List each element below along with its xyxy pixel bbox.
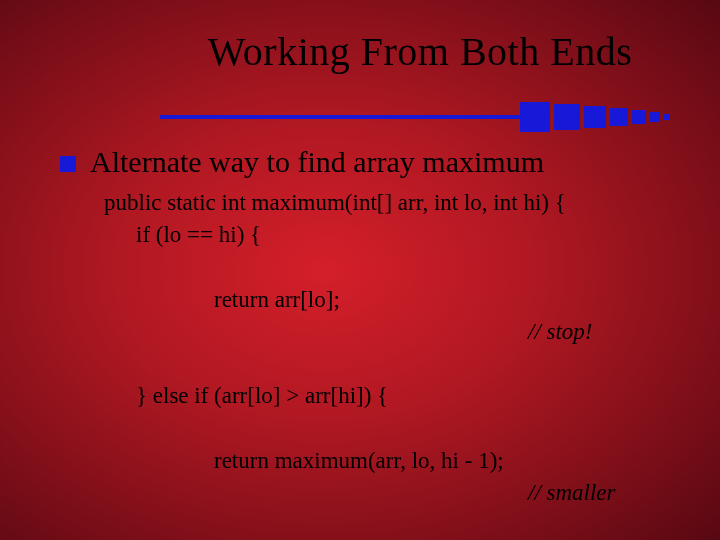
deco-square (632, 110, 646, 124)
deco-square (520, 102, 550, 132)
decoration-line (160, 115, 520, 119)
code-block: public static int maximum(int[] arr, int… (104, 187, 680, 540)
decoration-bar (160, 102, 674, 132)
code-line: } else if (arr[lo] > arr[hi]) { (104, 380, 680, 412)
code-line: return maximum(arr, lo, hi - 1); // smal… (104, 412, 680, 540)
slide: Working From Both Ends Alternate way to … (0, 0, 720, 540)
code-line: public static int maximum(int[] arr, int… (104, 187, 680, 219)
decoration-squares (520, 102, 674, 132)
slide-content: Alternate way to find array maximum publ… (40, 145, 680, 540)
deco-square (610, 108, 628, 126)
slide-title: Working From Both Ends (160, 28, 680, 75)
code-line: if (lo == hi) { (104, 219, 680, 251)
bullet-item: Alternate way to find array maximum (60, 145, 680, 179)
deco-square (584, 106, 606, 128)
code-comment: // smaller (528, 477, 616, 509)
deco-square (650, 112, 660, 122)
bullet-text: Alternate way to find array maximum (90, 145, 544, 179)
code-comment: // stop! (528, 316, 593, 348)
bullet-square-icon (60, 156, 76, 172)
deco-square (664, 114, 670, 120)
code-line: return arr[lo]; // stop! (104, 251, 680, 380)
code-text: return arr[lo]; (214, 287, 340, 312)
code-text: return maximum(arr, lo, hi - 1); (214, 448, 504, 473)
deco-square (554, 104, 580, 130)
